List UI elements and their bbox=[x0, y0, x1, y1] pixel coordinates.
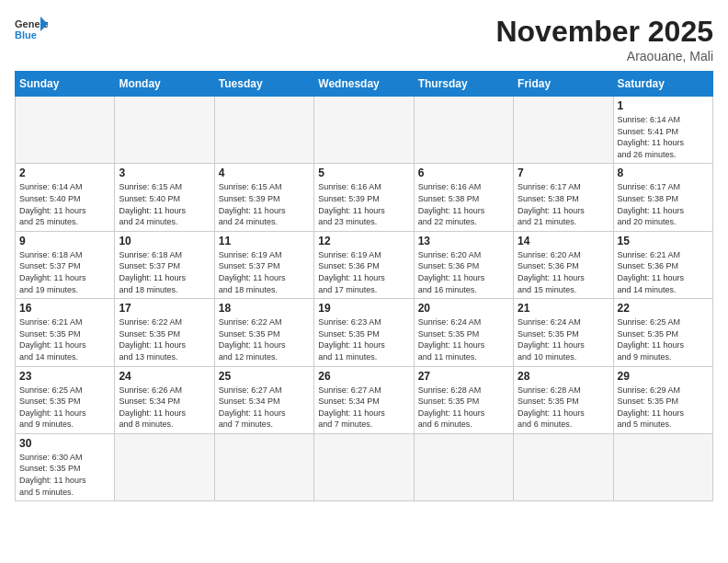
day-info: Sunrise: 6:27 AM Sunset: 5:34 PM Dayligh… bbox=[318, 385, 409, 431]
calendar-cell bbox=[115, 433, 214, 500]
calendar-cell bbox=[514, 97, 613, 164]
calendar-cell: 14Sunrise: 6:20 AM Sunset: 5:36 PM Dayli… bbox=[514, 231, 613, 298]
day-number: 17 bbox=[119, 302, 210, 315]
day-info: Sunrise: 6:25 AM Sunset: 5:35 PM Dayligh… bbox=[618, 316, 709, 362]
calendar-cell: 28Sunrise: 6:28 AM Sunset: 5:35 PM Dayli… bbox=[514, 366, 613, 433]
calendar-cell: 18Sunrise: 6:22 AM Sunset: 5:35 PM Dayli… bbox=[214, 299, 313, 366]
calendar-cell: 24Sunrise: 6:26 AM Sunset: 5:34 PM Dayli… bbox=[115, 366, 214, 433]
day-info: Sunrise: 6:14 AM Sunset: 5:41 PM Dayligh… bbox=[618, 114, 709, 160]
day-number: 14 bbox=[518, 235, 609, 247]
calendar-cell: 25Sunrise: 6:27 AM Sunset: 5:34 PM Dayli… bbox=[214, 366, 313, 433]
day-info: Sunrise: 6:18 AM Sunset: 5:37 PM Dayligh… bbox=[19, 249, 110, 295]
day-info: Sunrise: 6:18 AM Sunset: 5:37 PM Dayligh… bbox=[119, 249, 210, 295]
weekday-header-monday: Monday bbox=[115, 72, 214, 97]
day-info: Sunrise: 6:16 AM Sunset: 5:38 PM Dayligh… bbox=[418, 181, 509, 227]
calendar-cell: 13Sunrise: 6:20 AM Sunset: 5:36 PM Dayli… bbox=[414, 231, 513, 298]
calendar-cell: 17Sunrise: 6:22 AM Sunset: 5:35 PM Dayli… bbox=[115, 299, 214, 366]
day-info: Sunrise: 6:22 AM Sunset: 5:35 PM Dayligh… bbox=[119, 316, 210, 362]
day-info: Sunrise: 6:14 AM Sunset: 5:40 PM Dayligh… bbox=[19, 181, 110, 227]
calendar-cell: 21Sunrise: 6:24 AM Sunset: 5:35 PM Dayli… bbox=[514, 299, 613, 366]
day-info: Sunrise: 6:26 AM Sunset: 5:34 PM Dayligh… bbox=[119, 385, 210, 431]
calendar-cell bbox=[314, 433, 414, 500]
day-number: 16 bbox=[19, 302, 110, 315]
svg-text:Blue: Blue bbox=[15, 29, 37, 40]
day-number: 30 bbox=[19, 437, 110, 450]
calendar-cell bbox=[414, 433, 513, 500]
weekday-header-tuesday: Tuesday bbox=[214, 72, 313, 97]
day-info: Sunrise: 6:17 AM Sunset: 5:38 PM Dayligh… bbox=[618, 181, 709, 227]
calendar-cell: 16Sunrise: 6:21 AM Sunset: 5:35 PM Dayli… bbox=[16, 299, 115, 366]
day-number: 2 bbox=[19, 167, 110, 179]
day-number: 9 bbox=[19, 235, 110, 247]
calendar-cell: 12Sunrise: 6:19 AM Sunset: 5:36 PM Dayli… bbox=[314, 231, 414, 298]
day-number: 12 bbox=[318, 235, 409, 247]
day-number: 18 bbox=[219, 302, 310, 315]
day-number: 15 bbox=[618, 235, 709, 247]
calendar-header-row: SundayMondayTuesdayWednesdayThursdayFrid… bbox=[16, 72, 713, 97]
day-info: Sunrise: 6:28 AM Sunset: 5:35 PM Dayligh… bbox=[518, 385, 609, 431]
day-number: 4 bbox=[219, 167, 310, 179]
calendar-cell: 15Sunrise: 6:21 AM Sunset: 5:36 PM Dayli… bbox=[613, 231, 712, 298]
day-number: 29 bbox=[618, 370, 709, 383]
day-number: 6 bbox=[418, 167, 509, 179]
calendar-cell bbox=[414, 97, 513, 164]
day-info: Sunrise: 6:24 AM Sunset: 5:35 PM Dayligh… bbox=[418, 316, 509, 362]
month-title: November 2025 bbox=[495, 15, 713, 49]
day-info: Sunrise: 6:22 AM Sunset: 5:35 PM Dayligh… bbox=[219, 316, 310, 362]
calendar-week-2: 2Sunrise: 6:14 AM Sunset: 5:40 PM Daylig… bbox=[16, 164, 713, 231]
calendar-cell bbox=[115, 97, 214, 164]
day-info: Sunrise: 6:30 AM Sunset: 5:35 PM Dayligh… bbox=[19, 452, 110, 498]
day-info: Sunrise: 6:19 AM Sunset: 5:37 PM Dayligh… bbox=[219, 249, 310, 295]
calendar-cell: 10Sunrise: 6:18 AM Sunset: 5:37 PM Dayli… bbox=[115, 231, 214, 298]
day-info: Sunrise: 6:27 AM Sunset: 5:34 PM Dayligh… bbox=[219, 385, 310, 431]
logo: General Blue bbox=[15, 15, 48, 40]
day-info: Sunrise: 6:20 AM Sunset: 5:36 PM Dayligh… bbox=[418, 249, 509, 295]
calendar-cell: 1Sunrise: 6:14 AM Sunset: 5:41 PM Daylig… bbox=[613, 97, 712, 164]
day-number: 19 bbox=[318, 302, 409, 315]
day-number: 20 bbox=[418, 302, 509, 315]
page-header: General Blue November 2025 Araouane, Mal… bbox=[15, 15, 713, 63]
day-info: Sunrise: 6:23 AM Sunset: 5:35 PM Dayligh… bbox=[318, 316, 409, 362]
calendar-week-4: 16Sunrise: 6:21 AM Sunset: 5:35 PM Dayli… bbox=[16, 299, 713, 366]
day-number: 27 bbox=[418, 370, 509, 383]
calendar-cell bbox=[16, 97, 115, 164]
calendar-cell: 29Sunrise: 6:29 AM Sunset: 5:35 PM Dayli… bbox=[613, 366, 712, 433]
calendar-cell: 20Sunrise: 6:24 AM Sunset: 5:35 PM Dayli… bbox=[414, 299, 513, 366]
calendar-cell: 26Sunrise: 6:27 AM Sunset: 5:34 PM Dayli… bbox=[314, 366, 414, 433]
calendar-cell bbox=[514, 433, 613, 500]
day-number: 23 bbox=[19, 370, 110, 383]
logo-icon: General Blue bbox=[15, 15, 48, 40]
calendar-cell: 19Sunrise: 6:23 AM Sunset: 5:35 PM Dayli… bbox=[314, 299, 414, 366]
calendar-week-6: 30Sunrise: 6:30 AM Sunset: 5:35 PM Dayli… bbox=[16, 433, 713, 500]
calendar-cell: 4Sunrise: 6:15 AM Sunset: 5:39 PM Daylig… bbox=[214, 164, 313, 231]
calendar-cell: 5Sunrise: 6:16 AM Sunset: 5:39 PM Daylig… bbox=[314, 164, 414, 231]
calendar-cell: 23Sunrise: 6:25 AM Sunset: 5:35 PM Dayli… bbox=[16, 366, 115, 433]
calendar-cell: 30Sunrise: 6:30 AM Sunset: 5:35 PM Dayli… bbox=[16, 433, 115, 500]
day-number: 5 bbox=[318, 167, 409, 179]
day-number: 11 bbox=[219, 235, 310, 247]
calendar-cell: 9Sunrise: 6:18 AM Sunset: 5:37 PM Daylig… bbox=[16, 231, 115, 298]
day-info: Sunrise: 6:21 AM Sunset: 5:36 PM Dayligh… bbox=[618, 249, 709, 295]
calendar-week-5: 23Sunrise: 6:25 AM Sunset: 5:35 PM Dayli… bbox=[16, 366, 713, 433]
day-number: 7 bbox=[518, 167, 609, 179]
weekday-header-thursday: Thursday bbox=[414, 72, 513, 97]
day-info: Sunrise: 6:15 AM Sunset: 5:40 PM Dayligh… bbox=[119, 181, 210, 227]
calendar-cell bbox=[214, 97, 313, 164]
day-number: 22 bbox=[618, 302, 709, 315]
calendar-cell: 7Sunrise: 6:17 AM Sunset: 5:38 PM Daylig… bbox=[514, 164, 613, 231]
day-number: 21 bbox=[518, 302, 609, 315]
calendar-cell: 8Sunrise: 6:17 AM Sunset: 5:38 PM Daylig… bbox=[613, 164, 712, 231]
calendar-cell: 3Sunrise: 6:15 AM Sunset: 5:40 PM Daylig… bbox=[115, 164, 214, 231]
day-number: 26 bbox=[318, 370, 409, 383]
day-info: Sunrise: 6:24 AM Sunset: 5:35 PM Dayligh… bbox=[518, 316, 609, 362]
day-info: Sunrise: 6:29 AM Sunset: 5:35 PM Dayligh… bbox=[618, 385, 709, 431]
weekday-header-wednesday: Wednesday bbox=[314, 72, 414, 97]
calendar-cell: 22Sunrise: 6:25 AM Sunset: 5:35 PM Dayli… bbox=[613, 299, 712, 366]
day-number: 10 bbox=[119, 235, 210, 247]
weekday-header-sunday: Sunday bbox=[16, 72, 115, 97]
location-subtitle: Araouane, Mali bbox=[495, 49, 713, 63]
day-info: Sunrise: 6:16 AM Sunset: 5:39 PM Dayligh… bbox=[318, 181, 409, 227]
day-number: 24 bbox=[119, 370, 210, 383]
day-info: Sunrise: 6:19 AM Sunset: 5:36 PM Dayligh… bbox=[318, 249, 409, 295]
day-info: Sunrise: 6:15 AM Sunset: 5:39 PM Dayligh… bbox=[219, 181, 310, 227]
